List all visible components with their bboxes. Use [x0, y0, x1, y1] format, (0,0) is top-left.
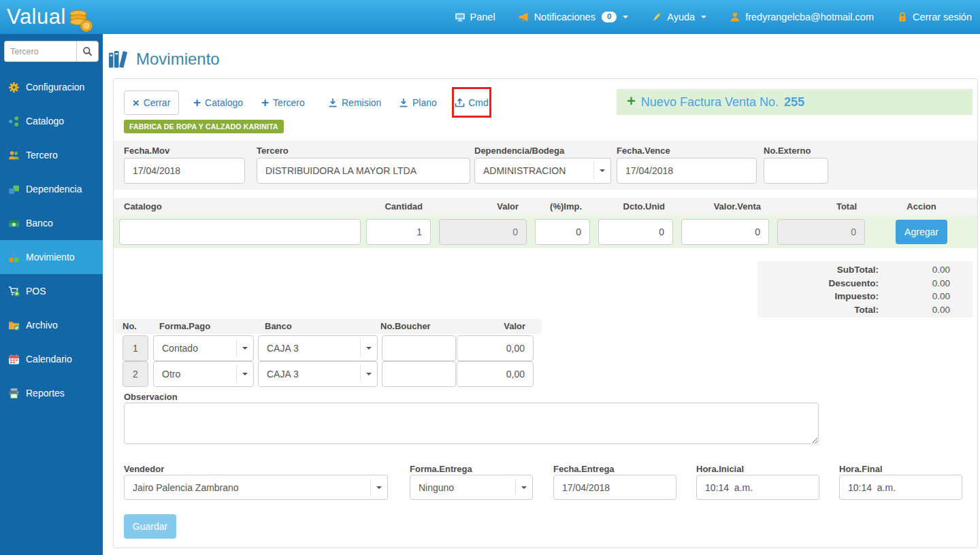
sidebar-item-movimiento[interactable]: Movimiento: [0, 240, 103, 274]
vendedor-select-value: Jairo Palencia Zambrano: [133, 482, 239, 493]
chevron-down-icon: [370, 479, 387, 496]
user-icon: [730, 12, 740, 22]
brand-logo[interactable]: Valual: [7, 1, 95, 33]
sidebar-item-label: Banco: [26, 218, 53, 229]
remision-link[interactable]: Remision: [328, 90, 381, 115]
nav-help[interactable]: Ayuda: [651, 12, 706, 22]
cart-icon: [7, 286, 20, 297]
total-input: [777, 219, 865, 245]
imp-input[interactable]: [535, 219, 590, 245]
fecha-vence-label: Fecha.Vence: [617, 146, 670, 156]
forma-pago-select-value: Contado: [162, 343, 198, 354]
banco-select-value: CAJA 3: [267, 369, 299, 380]
megaphone-icon: [519, 12, 529, 22]
sidebar-item-configuracion[interactable]: Configuracion: [0, 70, 103, 104]
sidebar-item-label: Dependencia: [26, 184, 82, 195]
totals-box: SubTotal: 0.00 Descuento: 0.00 Impuesto:…: [757, 261, 973, 318]
nav-user[interactable]: fredyrangelcba@hotmail.com: [730, 12, 874, 22]
accion-col-header: Accion: [882, 201, 961, 212]
forma-pago-select[interactable]: Contado: [153, 335, 254, 361]
sidebar-item-banco[interactable]: Banco: [0, 206, 103, 240]
dependencia-select[interactable]: ADMINISTRACION: [474, 158, 611, 184]
impuesto-value: 0.00: [879, 291, 950, 301]
download-icon: [399, 98, 408, 108]
lock-icon: [897, 12, 908, 22]
banco-select[interactable]: CAJA 3: [258, 335, 378, 361]
agregar-button[interactable]: Agregar: [896, 220, 947, 244]
hora-inicial-input[interactable]: [696, 475, 819, 500]
forma-entrega-select[interactable]: Ninguno: [410, 475, 533, 500]
boucher-input[interactable]: [382, 361, 456, 387]
vendedor-select[interactable]: Jairo Palencia Zambrano: [124, 475, 388, 500]
catalogo-link[interactable]: + Catalogo: [193, 90, 243, 115]
nav-panel[interactable]: Panel: [455, 12, 495, 22]
search-button[interactable]: [76, 41, 99, 62]
chevron-down-icon: [701, 16, 706, 18]
banco-select[interactable]: CAJA 3: [258, 361, 378, 387]
forma-pago-select[interactable]: Otro: [153, 361, 254, 387]
sidebar-item-label: Archivo: [26, 320, 58, 331]
fecha-vence-input[interactable]: [617, 158, 757, 184]
nav-logout[interactable]: Cerrar sesión: [897, 12, 972, 22]
catalogo-input[interactable]: [119, 219, 361, 245]
sidebar-item-pos[interactable]: POS: [0, 274, 103, 308]
nuevo-factura-banner[interactable]: + Nuevo Factura Venta No. 255: [617, 89, 973, 115]
hora-final-input[interactable]: [839, 475, 962, 500]
search-input[interactable]: [4, 41, 76, 62]
cmd-link[interactable]: Cmd: [455, 97, 489, 108]
total-value: 0.00: [879, 305, 950, 315]
sidebar-item-catalogo[interactable]: Catalogo: [0, 104, 103, 138]
valor-venta-col-header: Valor.Venta: [681, 201, 761, 212]
sidebar-item-label: POS: [26, 286, 46, 297]
pago-valor-input[interactable]: [457, 335, 534, 361]
nav-notifications-label: Notificaciones: [534, 12, 595, 22]
observacion-textarea[interactable]: [124, 403, 819, 444]
tercero-input[interactable]: [257, 158, 470, 184]
forma-entrega-label: Forma.Entrega: [410, 464, 472, 474]
company-badge: FABRICA DE ROPA Y CALZADO KARINITA: [124, 120, 284, 133]
sidebar-item-label: Reportes: [26, 388, 65, 399]
cantidad-col-header: Cantidad: [366, 201, 423, 212]
boucher-input[interactable]: [382, 335, 456, 361]
main-content: Movimiento × Cerrar + Catalogo + Tercero…: [103, 34, 980, 555]
sidebar-item-label: Configuracion: [26, 82, 84, 92]
forma-pago-col-header: Forma.Pago: [159, 321, 210, 331]
sidebar-menu: Configuracion Catalogo Tercero Dependenc…: [0, 70, 103, 410]
valor-input: [439, 219, 527, 245]
cerrar-button[interactable]: × Cerrar: [124, 90, 179, 115]
subtotal-label: SubTotal:: [757, 265, 879, 275]
banco-col-header: Banco: [265, 321, 292, 331]
dcto-input[interactable]: [598, 219, 673, 245]
fecha-entrega-input[interactable]: [553, 475, 676, 500]
guardar-button[interactable]: Guardar: [124, 514, 176, 539]
tercero-link-label: Tercero: [273, 97, 305, 108]
tercero-link[interactable]: + Tercero: [261, 90, 305, 115]
no-externo-input[interactable]: [764, 158, 828, 184]
app-root: Valual Panel: [0, 0, 980, 555]
pago-valor-input[interactable]: [457, 361, 534, 387]
plano-link-label: Plano: [412, 97, 437, 108]
fecha-mov-input[interactable]: [124, 158, 245, 184]
payments-header-band: No. Forma.Pago Banco No.Boucher Valor: [115, 319, 542, 334]
plano-link[interactable]: Plano: [399, 90, 437, 115]
dependencia-select-value: ADMINISTRACION: [483, 165, 566, 176]
catalogo-link-label: Catalogo: [205, 97, 243, 108]
dots-icon: [7, 116, 20, 127]
nav-panel-label: Panel: [470, 12, 495, 22]
cantidad-input[interactable]: [366, 219, 431, 245]
subtotal-value: 0.00: [879, 265, 950, 275]
nav-notifications[interactable]: Notificaciones 0: [519, 12, 629, 22]
payment-row-number: 2: [122, 361, 148, 387]
sidebar-item-tercero[interactable]: Tercero: [0, 138, 103, 172]
observacion-label: Observacion: [124, 392, 178, 402]
total-label: Total:: [757, 305, 879, 315]
sidebar-item-calendario[interactable]: Calendario: [0, 342, 103, 376]
nav-user-label: fredyrangelcba@hotmail.com: [745, 12, 874, 22]
sidebar-item-archivo[interactable]: Archivo: [0, 308, 103, 342]
boucher-col-header: No.Boucher: [380, 321, 431, 331]
sidebar-item-reportes[interactable]: Reportes: [0, 376, 103, 410]
valor-venta-input[interactable]: [681, 219, 769, 245]
chevron-down-icon: [360, 365, 377, 383]
nav-logout-label: Cerrar sesión: [913, 12, 972, 22]
sidebar-item-dependencia[interactable]: Dependencia: [0, 172, 103, 206]
